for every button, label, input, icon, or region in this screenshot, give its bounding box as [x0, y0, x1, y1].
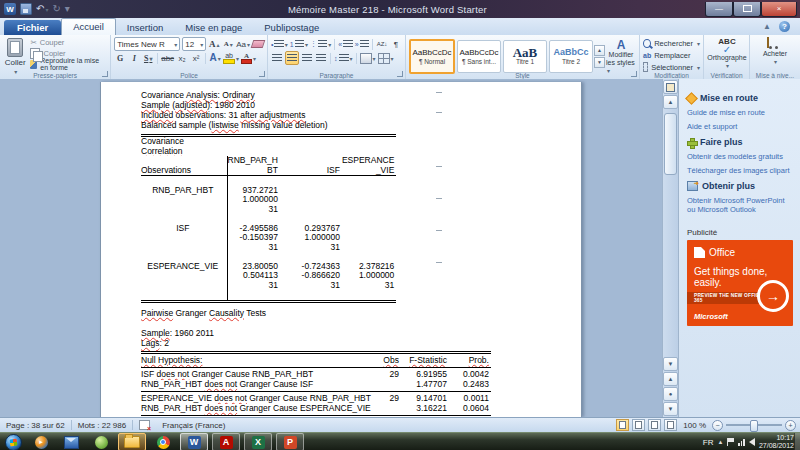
multilevel-list-button[interactable]: ⋮▾ — [310, 38, 331, 50]
word-count[interactable]: Mots : 22 986 — [72, 421, 132, 430]
tab-accueil[interactable]: Accueil — [61, 18, 116, 35]
dialog-launcher-icon[interactable] — [631, 71, 637, 77]
font-color-button[interactable]: A▾ — [241, 52, 256, 64]
taskbar-chrome[interactable] — [150, 434, 176, 450]
replace-button[interactable]: ab Remplacer — [643, 49, 700, 61]
tray-expand-icon[interactable]: ▲ — [718, 439, 724, 445]
style-chip--sans-int-[interactable]: AaBbCcDc¶ Sans int... — [457, 40, 501, 73]
align-left-button[interactable] — [271, 52, 283, 64]
tab-publipostage[interactable]: Publipostage — [253, 20, 330, 35]
scroll-up-button[interactable]: ▲ — [663, 95, 678, 109]
decrease-indent-button[interactable]: « — [338, 38, 352, 50]
help-icon[interactable]: ? — [779, 21, 790, 32]
strikethrough-button[interactable]: abc — [161, 52, 174, 64]
zoom-out-button[interactable]: − — [712, 420, 723, 431]
save-icon[interactable] — [20, 3, 32, 15]
previous-page-button[interactable]: ▲ — [663, 372, 678, 386]
spelling-button[interactable]: ABC✓ Orthographe ▾ — [707, 37, 747, 69]
restore-button[interactable] — [733, 2, 761, 17]
taskpane-link[interactable]: Guide de mise en route — [687, 108, 794, 117]
find-button[interactable]: Rechercher▾ — [643, 37, 700, 49]
subscript-button[interactable]: x₂ — [176, 52, 188, 64]
taskbar-acrobat[interactable]: A — [212, 433, 240, 450]
close-button[interactable]: × — [761, 2, 797, 17]
pilcrow-button[interactable]: ¶ — [390, 38, 402, 50]
keyboard-language[interactable]: FR — [703, 438, 714, 447]
grow-font-button[interactable]: A▴ — [208, 38, 220, 50]
text-effects-button[interactable]: A▾ — [209, 52, 221, 64]
page-count[interactable]: Page : 38 sur 62 — [0, 421, 71, 430]
taskpane-link[interactable]: Aide et support — [687, 122, 794, 131]
taskbar-powerpoint[interactable]: P — [276, 433, 304, 450]
start-button[interactable] — [5, 434, 22, 450]
styles-scroll-up-icon[interactable]: ▲ — [594, 45, 605, 56]
tab-mise-en-page[interactable]: Mise en page — [174, 20, 253, 35]
font-name-select[interactable]: Times New R▾ — [114, 37, 180, 51]
minimize-ribbon-icon[interactable]: ▲ — [763, 22, 771, 31]
taskpane-link[interactable]: Obtenir des modèles gratuits — [687, 152, 794, 161]
font-size-select[interactable]: 12▾ — [182, 37, 206, 51]
tab-fichier[interactable]: Fichier — [4, 20, 61, 35]
clock[interactable]: 10:17 27/08/2012 — [759, 434, 794, 450]
line-spacing-button[interactable]: ↕▾ — [334, 52, 353, 64]
ad-arrow-icon[interactable]: → — [757, 280, 789, 312]
taskbar-media-player[interactable]: ▸ — [28, 434, 54, 450]
bullets-button[interactable]: •▾ — [271, 38, 288, 50]
scroll-down-button[interactable]: ▼ — [663, 357, 678, 371]
change-styles-button[interactable]: A Modifier les styles ▾ — [606, 37, 636, 75]
scrollbar-thumb[interactable] — [664, 113, 677, 175]
network-icon[interactable] — [738, 439, 745, 446]
justify-button[interactable] — [315, 52, 327, 64]
align-right-button[interactable] — [301, 52, 313, 64]
undo-icon[interactable]: ↶▾ — [36, 4, 48, 15]
zoom-slider-thumb[interactable] — [750, 420, 758, 432]
vertical-scrollbar[interactable]: ▲ ▼ ▲ ● ▼ — [662, 79, 678, 417]
style-chip-titre-1[interactable]: AaBTitre 1 — [503, 40, 547, 73]
zoom-in-button[interactable]: + — [785, 420, 796, 431]
redo-icon[interactable]: ↻ — [52, 4, 60, 14]
align-center-button[interactable] — [285, 51, 299, 65]
draft-view-button[interactable] — [664, 419, 677, 431]
proofing-status-icon[interactable] — [139, 420, 150, 430]
print-layout-view-button[interactable] — [616, 419, 629, 431]
document-page[interactable]: Covariance Analysis: OrdinarySample (adj… — [100, 82, 582, 417]
sort-button[interactable]: AZ↓ — [376, 38, 388, 50]
show-desktop-button[interactable] — [794, 433, 800, 450]
style-chip--normal[interactable]: AaBbCcDc¶ Normal — [409, 39, 455, 74]
web-layout-view-button[interactable] — [648, 419, 661, 431]
zoom-level[interactable]: 100 % — [683, 421, 706, 430]
taskpane-link[interactable]: Obtenir Microsoft PowerPoint ou Microsof… — [687, 196, 794, 214]
minimize-button[interactable]: — — [705, 2, 733, 17]
change-case-button[interactable]: Aa▾ — [236, 38, 250, 50]
word-app-icon[interactable]: W — [4, 3, 16, 15]
borders-button[interactable]: ▾ — [378, 52, 394, 64]
ruler-toggle-button[interactable] — [663, 80, 678, 94]
zoom-slider[interactable] — [726, 424, 782, 426]
clear-formatting-button[interactable] — [252, 38, 264, 50]
italic-button[interactable]: I — [128, 52, 140, 64]
increase-indent-button[interactable]: » — [355, 38, 369, 50]
action-center-icon[interactable] — [727, 438, 734, 446]
cut-button[interactable]: ✂ Couper — [30, 37, 107, 47]
taskbar-messenger[interactable] — [88, 434, 114, 450]
underline-button[interactable]: S▾ — [142, 52, 154, 64]
taskpane-link[interactable]: Télécharger des images clipart — [687, 166, 794, 175]
purchase-button[interactable]: Acheter ▾ — [753, 37, 797, 65]
taskbar-mail[interactable] — [58, 434, 84, 450]
taskbar-excel[interactable]: X — [244, 433, 272, 450]
dialog-launcher-icon[interactable] — [102, 71, 108, 77]
dialog-launcher-icon[interactable] — [259, 71, 265, 77]
fullscreen-view-button[interactable] — [632, 419, 645, 431]
superscript-button[interactable]: x² — [190, 52, 202, 64]
volume-icon[interactable] — [749, 438, 755, 446]
taskbar-word-active[interactable]: W — [180, 433, 208, 450]
shrink-font-button[interactable]: A▾ — [222, 38, 234, 50]
numbering-button[interactable]: 1▾ — [290, 38, 308, 50]
paste-button[interactable]: Coller ▾ — [3, 37, 27, 75]
dialog-launcher-icon[interactable] — [397, 71, 403, 77]
next-page-button[interactable]: ▼ — [663, 402, 678, 416]
shading-button[interactable]: ▾ — [360, 52, 376, 64]
language-indicator[interactable]: Français (France) — [156, 421, 231, 430]
bold-button[interactable]: G — [114, 52, 126, 64]
taskbar-explorer[interactable] — [118, 433, 146, 450]
